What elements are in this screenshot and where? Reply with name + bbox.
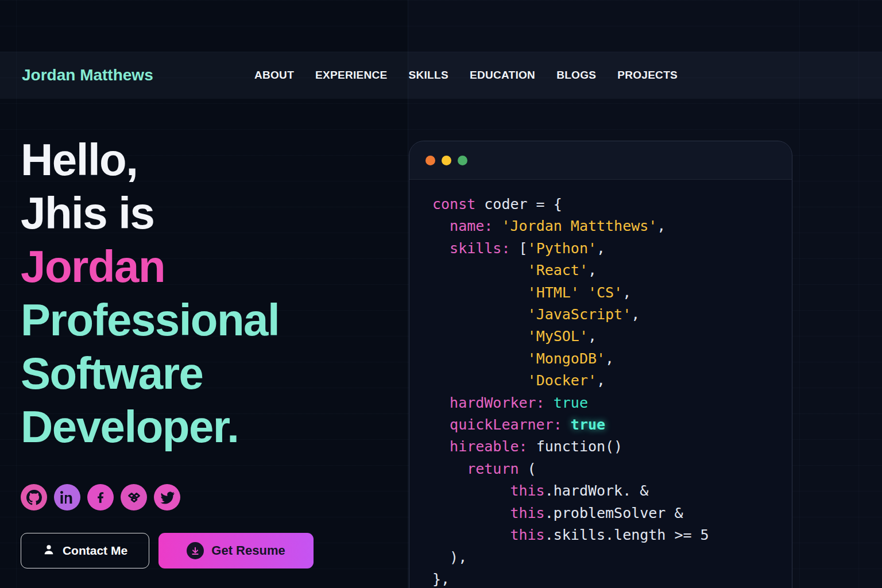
code-editor-window: const coder = { name: 'Jordan Mattthews'…	[409, 141, 792, 588]
codepen-icon[interactable]	[121, 484, 147, 510]
hero-section: Hello,Jhis isJordanProfessional Software…	[21, 133, 365, 454]
code-line: 'MongoDB',	[432, 348, 783, 370]
nav-item-projects[interactable]: PROJECTS	[617, 69, 678, 82]
download-icon	[187, 542, 204, 559]
code-line: 'JavaScript',	[432, 304, 783, 326]
nav-item-about[interactable]: ABOUT	[254, 69, 294, 82]
code-line: this.skills.length >= 5	[432, 524, 783, 546]
code-line: skills: ['Python',	[432, 238, 783, 260]
window-close-dot-icon	[425, 156, 435, 165]
code-line: this.problemSolver &	[432, 502, 783, 524]
github-icon[interactable]	[21, 484, 47, 510]
nav-item-education[interactable]: EDUCATION	[470, 69, 535, 82]
code-line: name: 'Jordan Mattthews',	[432, 215, 783, 237]
person-icon	[42, 543, 55, 559]
contact-me-button[interactable]: Contact Me	[21, 533, 149, 568]
code-line: const coder = {	[432, 194, 783, 215]
code-line: quickLearner: true	[432, 414, 783, 436]
hero-name: Jordan	[21, 241, 165, 292]
facebook-icon[interactable]	[87, 484, 114, 510]
code-line: this.hardWork. &	[432, 480, 783, 502]
get-resume-button[interactable]: Get Resume	[158, 533, 314, 568]
window-titlebar	[409, 141, 792, 180]
code-line: 'React',	[432, 260, 783, 281]
nav-item-blogs[interactable]: BLOGS	[556, 69, 596, 82]
hero-heading: Hello,Jhis isJordanProfessional Software…	[21, 133, 348, 454]
nav-item-experience[interactable]: EXPERIENCE	[315, 69, 387, 82]
code-line: hardWorker: true	[432, 392, 783, 414]
code-line: 'HTML' 'CS',	[432, 282, 783, 304]
code-line: 'Docker',	[432, 370, 783, 392]
window-maximize-dot-icon	[458, 156, 467, 165]
code-line: 'MySOL',	[432, 326, 783, 347]
linkedin-icon[interactable]	[54, 484, 80, 510]
top-navbar: Jordan Matthews ABOUT EXPERIENCE SKILLS …	[0, 52, 882, 99]
code-line: hireable: function()	[432, 436, 783, 458]
nav-item-skills[interactable]: SKILLS	[409, 69, 448, 82]
window-minimize-dot-icon	[442, 156, 451, 165]
logo-link[interactable]: Jordan Matthews	[22, 52, 153, 99]
code-line: ),	[432, 547, 783, 568]
hero-actions: Contact Me Get Resume	[21, 533, 314, 568]
social-links	[21, 484, 180, 510]
hero-intro: Jhis is	[21, 188, 154, 238]
get-resume-label: Get Resume	[211, 543, 285, 558]
twitter-icon[interactable]	[154, 484, 180, 510]
hero-role: Professional Software Developer.	[21, 295, 279, 452]
code-line: return (	[432, 458, 783, 480]
main-nav: ABOUT EXPERIENCE SKILLS EDUCATION BLOGS …	[254, 52, 678, 99]
code-line: },	[432, 568, 783, 588]
code-block: const coder = { name: 'Jordan Mattthews'…	[409, 180, 792, 588]
hero-greeting: Hello,	[21, 134, 137, 185]
contact-me-label: Contact Me	[63, 544, 127, 558]
